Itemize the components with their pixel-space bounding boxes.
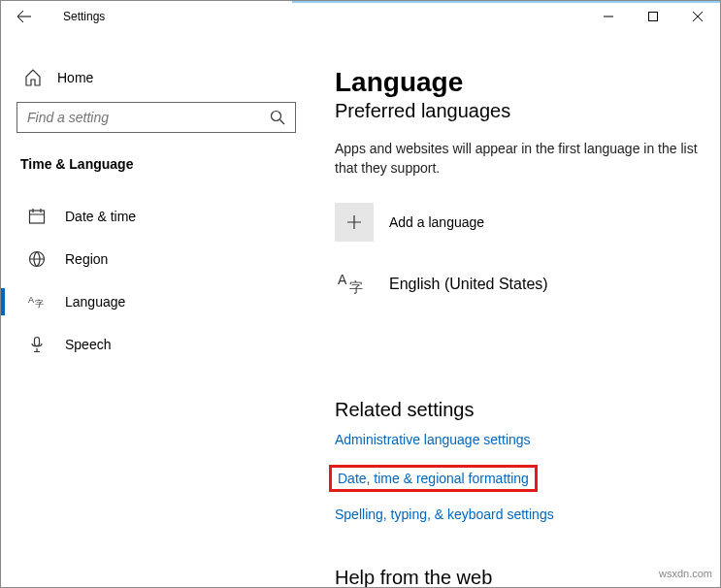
sidebar-item-region[interactable]: Region: [16, 238, 296, 280]
window-title: Settings: [63, 10, 105, 23]
minimize-icon: [604, 12, 613, 21]
watermark: wsxdn.com: [659, 568, 712, 579]
close-button[interactable]: [675, 1, 720, 32]
sidebar-item-label: Date & time: [65, 209, 136, 224]
related-settings-heading: Related settings: [335, 399, 703, 421]
search-icon: [270, 110, 285, 125]
globe-icon: [28, 250, 46, 268]
svg-rect-6: [35, 338, 40, 346]
titlebar: Settings: [1, 1, 720, 32]
arrow-left-icon: [16, 9, 32, 24]
maximize-button[interactable]: [631, 1, 675, 32]
page-title: Language: [335, 67, 703, 98]
help-web-heading: Help from the web: [335, 567, 703, 587]
svg-rect-0: [649, 13, 658, 21]
back-button[interactable]: [16, 9, 48, 24]
close-icon: [693, 12, 703, 21]
section-subheading: Preferred languages: [335, 100, 703, 122]
svg-text:A: A: [338, 272, 347, 287]
svg-rect-2: [30, 211, 45, 223]
language-item[interactable]: A字 English (United States): [335, 257, 703, 311]
home-label: Home: [57, 70, 93, 85]
link-date-time-regional[interactable]: Date, time & regional formatting: [329, 465, 538, 492]
main-content: Language Preferred languages Apps and we…: [311, 32, 720, 587]
add-language-button[interactable]: Add a language: [335, 195, 703, 249]
sidebar-item-label: Language: [65, 294, 125, 310]
sidebar-item-date-time[interactable]: Date & time: [16, 195, 296, 238]
link-admin-language[interactable]: Administrative language settings: [335, 432, 531, 447]
language-item-label: English (United States): [389, 276, 548, 293]
add-language-label: Add a language: [389, 214, 484, 230]
language-icon: A字: [28, 293, 46, 310]
svg-text:字: 字: [35, 299, 44, 309]
maximize-icon: [648, 12, 658, 21]
minimize-button[interactable]: [586, 1, 631, 32]
category-heading: Time & Language: [20, 156, 296, 172]
search-field[interactable]: [27, 110, 260, 125]
search-input[interactable]: [16, 102, 296, 133]
calendar-icon: [28, 208, 46, 225]
home-button[interactable]: Home: [24, 69, 296, 86]
sidebar-item-speech[interactable]: Speech: [16, 323, 296, 366]
sidebar: Home Time & Language Date & time Region: [1, 32, 311, 587]
section-description: Apps and websites will appear in the fir…: [335, 140, 703, 178]
sidebar-item-label: Speech: [65, 337, 111, 352]
window-controls: [586, 1, 720, 32]
link-spelling-typing[interactable]: Spelling, typing, & keyboard settings: [335, 506, 554, 522]
svg-point-1: [272, 112, 281, 121]
svg-text:字: 字: [349, 279, 363, 295]
home-icon: [24, 69, 42, 86]
language-glyph-icon: A字: [335, 271, 374, 298]
sidebar-item-label: Region: [65, 251, 108, 267]
sidebar-item-language[interactable]: A字 Language: [16, 280, 296, 323]
plus-icon: [335, 203, 374, 242]
svg-text:A: A: [28, 295, 34, 305]
microphone-icon: [28, 336, 46, 353]
